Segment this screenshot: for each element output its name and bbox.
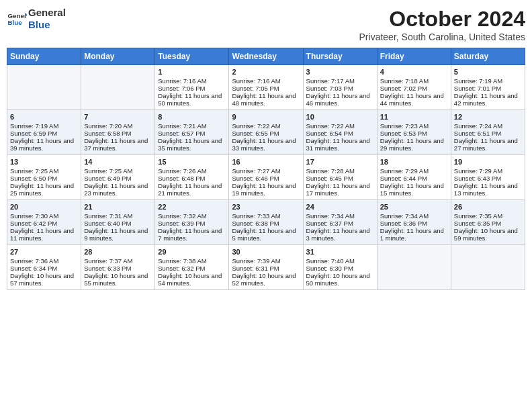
day-number: 2 (232, 68, 300, 76)
sunrise-text: Sunrise: 7:17 AM (306, 77, 374, 85)
sunset-text: Sunset: 6:38 PM (232, 220, 300, 227)
calendar-cell: 6Sunrise: 7:19 AMSunset: 6:59 PMDaylight… (7, 110, 81, 155)
calendar-cell (377, 245, 451, 290)
sunset-text: Sunset: 7:06 PM (158, 85, 226, 92)
daylight-text: Daylight: 11 hours and 3 minutes. (306, 227, 374, 242)
calendar-week-4: 20Sunrise: 7:30 AMSunset: 6:42 PMDayligh… (7, 200, 525, 245)
calendar-body: 1Sunrise: 7:16 AMSunset: 7:06 PMDaylight… (7, 65, 525, 290)
sunrise-text: Sunrise: 7:21 AM (158, 122, 226, 130)
sunset-text: Sunset: 6:34 PM (10, 265, 78, 272)
day-number: 14 (84, 158, 152, 166)
day-number: 22 (158, 203, 226, 211)
day-number: 16 (232, 158, 300, 166)
header-wednesday: Wednesday (229, 48, 303, 65)
sunrise-text: Sunrise: 7:19 AM (454, 77, 522, 85)
day-number: 13 (10, 158, 78, 166)
calendar-cell: 20Sunrise: 7:30 AMSunset: 6:42 PMDayligh… (7, 200, 81, 245)
calendar-cell: 12Sunrise: 7:24 AMSunset: 6:51 PMDayligh… (451, 110, 525, 155)
header-monday: Monday (81, 48, 155, 65)
sunrise-text: Sunrise: 7:26 AM (158, 167, 226, 175)
calendar-cell (81, 65, 155, 110)
sunrise-text: Sunrise: 7:24 AM (454, 122, 522, 130)
calendar-cell: 2Sunrise: 7:16 AMSunset: 7:05 PMDaylight… (229, 65, 303, 110)
sunset-text: Sunset: 6:44 PM (380, 175, 448, 182)
day-number: 19 (454, 158, 522, 166)
day-number: 1 (158, 68, 226, 76)
daylight-text: Daylight: 10 hours and 50 minutes. (306, 272, 374, 287)
sunrise-text: Sunrise: 7:39 AM (232, 257, 300, 265)
day-number: 5 (454, 68, 522, 76)
daylight-text: Daylight: 11 hours and 19 minutes. (232, 182, 300, 197)
logo-blue: Blue (28, 19, 50, 30)
calendar-cell: 18Sunrise: 7:29 AMSunset: 6:44 PMDayligh… (377, 155, 451, 200)
daylight-text: Daylight: 10 hours and 55 minutes. (84, 272, 152, 287)
header-tuesday: Tuesday (155, 48, 229, 65)
header-sunday: Sunday (7, 48, 81, 65)
daylight-text: Daylight: 11 hours and 17 minutes. (306, 182, 374, 197)
logo-icon: General Blue (7, 9, 27, 29)
daylight-text: Daylight: 11 hours and 33 minutes. (232, 137, 300, 152)
calendar-cell: 30Sunrise: 7:39 AMSunset: 6:31 PMDayligh… (229, 245, 303, 290)
calendar-header: Sunday Monday Tuesday Wednesday Thursday… (7, 48, 525, 65)
sunset-text: Sunset: 6:33 PM (84, 265, 152, 272)
sunrise-text: Sunrise: 7:28 AM (306, 167, 374, 175)
calendar-week-2: 6Sunrise: 7:19 AMSunset: 6:59 PMDaylight… (7, 110, 525, 155)
daylight-text: Daylight: 11 hours and 9 minutes. (84, 227, 152, 242)
sunset-text: Sunset: 7:01 PM (454, 85, 522, 92)
sunrise-text: Sunrise: 7:29 AM (454, 167, 522, 175)
sunset-text: Sunset: 6:35 PM (454, 220, 522, 227)
daylight-text: Daylight: 11 hours and 37 minutes. (84, 137, 152, 152)
day-number: 21 (84, 203, 152, 211)
sunset-text: Sunset: 6:51 PM (454, 130, 522, 137)
sunrise-text: Sunrise: 7:38 AM (158, 257, 226, 265)
day-number: 3 (306, 68, 374, 76)
header-thursday: Thursday (303, 48, 377, 65)
sunrise-text: Sunrise: 7:19 AM (10, 122, 78, 130)
calendar-cell: 14Sunrise: 7:25 AMSunset: 6:49 PMDayligh… (81, 155, 155, 200)
daylight-text: Daylight: 11 hours and 13 minutes. (454, 182, 522, 197)
sunset-text: Sunset: 6:43 PM (454, 175, 522, 182)
sunset-text: Sunset: 6:50 PM (10, 175, 78, 182)
sunset-text: Sunset: 6:58 PM (84, 130, 152, 137)
sunset-text: Sunset: 6:32 PM (158, 265, 226, 272)
calendar-subtitle: Privateer, South Carolina, United States (359, 32, 525, 42)
sunset-text: Sunset: 6:55 PM (232, 130, 300, 137)
sunset-text: Sunset: 6:57 PM (158, 130, 226, 137)
header-saturday: Saturday (451, 48, 525, 65)
sunrise-text: Sunrise: 7:30 AM (10, 212, 78, 220)
calendar-cell: 28Sunrise: 7:37 AMSunset: 6:33 PMDayligh… (81, 245, 155, 290)
sunrise-text: Sunrise: 7:29 AM (380, 167, 448, 175)
calendar-cell: 5Sunrise: 7:19 AMSunset: 7:01 PMDaylight… (451, 65, 525, 110)
sunrise-text: Sunrise: 7:22 AM (306, 122, 374, 130)
calendar-title: October 2024 (359, 7, 525, 32)
sunrise-text: Sunrise: 7:36 AM (10, 257, 78, 265)
daylight-text: Daylight: 11 hours and 50 minutes. (158, 92, 226, 107)
day-number: 17 (306, 158, 374, 166)
calendar-cell: 11Sunrise: 7:23 AMSunset: 6:53 PMDayligh… (377, 110, 451, 155)
calendar-cell: 17Sunrise: 7:28 AMSunset: 6:45 PMDayligh… (303, 155, 377, 200)
calendar-cell: 8Sunrise: 7:21 AMSunset: 6:57 PMDaylight… (155, 110, 229, 155)
sunset-text: Sunset: 6:30 PM (306, 265, 374, 272)
sunset-text: Sunset: 6:37 PM (306, 220, 374, 227)
calendar-cell (451, 245, 525, 290)
header-friday: Friday (377, 48, 451, 65)
sunrise-text: Sunrise: 7:16 AM (232, 77, 300, 85)
day-number: 25 (380, 203, 448, 211)
day-number: 20 (10, 203, 78, 211)
calendar-cell: 23Sunrise: 7:33 AMSunset: 6:38 PMDayligh… (229, 200, 303, 245)
daylight-text: Daylight: 11 hours and 7 minutes. (158, 227, 226, 242)
daylight-text: Daylight: 11 hours and 29 minutes. (380, 137, 448, 152)
sunrise-text: Sunrise: 7:34 AM (380, 212, 448, 220)
sunrise-text: Sunrise: 7:20 AM (84, 122, 152, 130)
sunrise-text: Sunrise: 7:37 AM (84, 257, 152, 265)
sunset-text: Sunset: 6:59 PM (10, 130, 78, 137)
daylight-text: Daylight: 11 hours and 21 minutes. (158, 182, 226, 197)
day-number: 28 (84, 248, 152, 256)
day-number: 4 (380, 68, 448, 76)
calendar-cell: 31Sunrise: 7:40 AMSunset: 6:30 PMDayligh… (303, 245, 377, 290)
calendar-cell: 29Sunrise: 7:38 AMSunset: 6:32 PMDayligh… (155, 245, 229, 290)
sunrise-text: Sunrise: 7:23 AM (380, 122, 448, 130)
calendar-cell: 19Sunrise: 7:29 AMSunset: 6:43 PMDayligh… (451, 155, 525, 200)
calendar-cell: 26Sunrise: 7:35 AMSunset: 6:35 PMDayligh… (451, 200, 525, 245)
sunrise-text: Sunrise: 7:18 AM (380, 77, 448, 85)
